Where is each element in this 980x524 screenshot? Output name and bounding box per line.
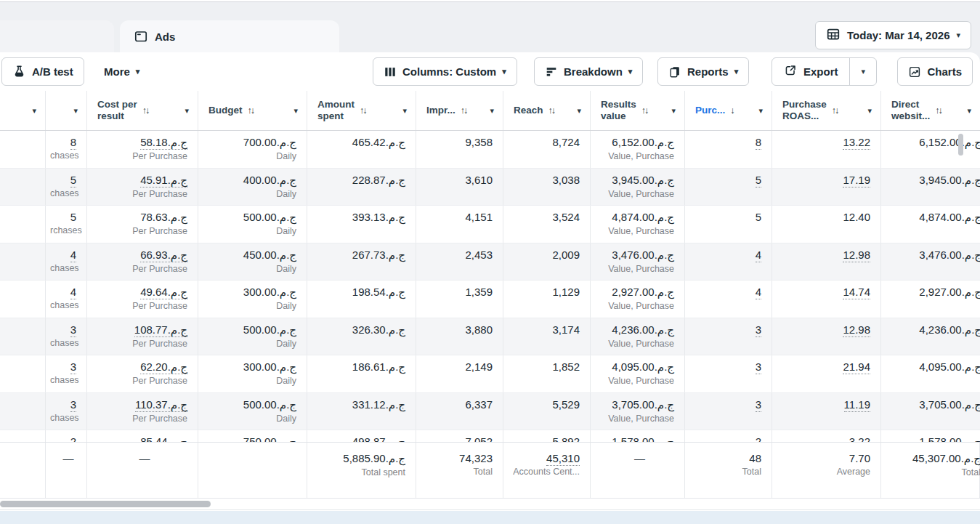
columns-icon	[384, 65, 397, 78]
column-header-purchases[interactable]: Purc...↓▾	[685, 91, 772, 130]
sort-desc-icon[interactable]: ↓	[730, 105, 734, 116]
direct-website-value: 4,874.00ج.م.‏	[919, 211, 980, 223]
column-header-roas[interactable]: PurchaseROAS...↑↓▾	[772, 91, 881, 130]
ab-test-button[interactable]: A/B test	[1, 57, 84, 86]
sort-icon[interactable]: ↑↓	[360, 105, 368, 116]
vertical-scrollbar[interactable]	[958, 134, 963, 156]
cell-blank1	[0, 206, 46, 243]
cell-budget: 500.00ج.م.‏Daily	[198, 393, 307, 430]
impressions-value: 2,149	[465, 360, 493, 373]
sort-icon[interactable]: ↑↓	[548, 105, 556, 116]
column-menu-caret[interactable]: ▾	[967, 105, 971, 116]
columns-label: Columns: Custom	[402, 65, 496, 78]
column-menu-caret[interactable]: ▾	[758, 105, 763, 116]
sort-icon[interactable]: ↑↓	[461, 105, 469, 116]
cell-reach: 2,009	[503, 243, 591, 281]
cost-sublabel: Per Purchase	[92, 301, 187, 311]
reach-value: 5,529	[552, 398, 580, 411]
column-menu-caret[interactable]: ▾	[577, 105, 581, 116]
cell-roas: 3.22	[772, 430, 881, 442]
column-header-amount[interactable]: Amountspent↑↓▾	[307, 91, 416, 130]
column-header-label: Budget	[208, 105, 243, 116]
export-button[interactable]: Export	[772, 58, 850, 85]
column-header-budget[interactable]: Budget↑↓▾	[198, 91, 307, 130]
column-menu-caret[interactable]: ▾	[293, 105, 298, 116]
cell-blank2: 4chases	[46, 281, 87, 318]
ab-test-label: A/B test	[32, 65, 73, 78]
column-header-impressions[interactable]: Impr...↑↓▾	[416, 91, 503, 130]
cell-blank1	[0, 243, 46, 281]
more-button[interactable]: More ▾	[97, 57, 147, 86]
table-row[interactable]: 3chases110.37ج.م.‏Per Purchase500.00ج.م.…	[0, 393, 980, 431]
reach-value: 3,174	[552, 323, 580, 336]
cost-per-result-value: 62.20ج.م.‏	[140, 360, 187, 374]
budget-value: 500.00ج.م.‏	[243, 211, 296, 223]
column-header-reach[interactable]: Reach↑↓▾	[503, 91, 591, 130]
purchases-value: 2	[756, 435, 761, 442]
column-header-blank1[interactable]: ▾	[0, 91, 46, 130]
charts-button[interactable]: Charts	[897, 57, 973, 86]
direct-website-value: 3,476.00ج.م.‏	[919, 249, 980, 261]
column-header-results_value[interactable]: Resultsvalue↑↓▾	[591, 91, 685, 130]
cell-results_value: 1,578.00ج.م.‏Value, Purchase	[591, 430, 685, 442]
charts-label: Charts	[927, 65, 962, 78]
more-label: More	[104, 65, 130, 78]
budget-sublabel: Daily	[203, 414, 296, 424]
column-menu-caret[interactable]: ▾	[402, 105, 407, 116]
sort-icon[interactable]: ↑↓	[832, 105, 840, 116]
date-range-button[interactable]: Today: Mar 14, 2026 ▾	[815, 21, 971, 49]
cell-amount: 198.54ج.م.‏	[307, 281, 416, 318]
results-count: 3	[70, 323, 76, 337]
table-row[interactable]: 3chases108.77ج.م.‏Per Purchase500.00ج.م.…	[0, 318, 980, 356]
column-menu-caret[interactable]: ▾	[867, 105, 872, 116]
breakdown-button[interactable]: Breakdown ▾	[534, 57, 643, 86]
sort-icon[interactable]: ↑↓	[142, 105, 150, 116]
column-menu-caret[interactable]: ▾	[671, 105, 676, 116]
column-header-blank2[interactable]: ▾	[46, 91, 87, 130]
table-row[interactable]: 2chases85.44ج.م.‏Per Purchase750.00ج.م.‏…	[0, 430, 980, 442]
cell-impressions: 6,337	[416, 393, 503, 430]
export-button-group: Export ▾	[772, 57, 877, 86]
column-menu-caret[interactable]: ▾	[32, 105, 36, 116]
column-menu-caret[interactable]: ▾	[73, 105, 78, 116]
purchases-value: 4	[756, 286, 761, 299]
cell-direct: 3,705.00ج.م.‏	[881, 393, 980, 430]
cost-per-result-value: 49.64ج.م.‏	[140, 286, 187, 299]
column-menu-caret[interactable]: ▾	[490, 105, 494, 116]
roas-value: 17.19	[843, 174, 870, 188]
reports-button[interactable]: Reports ▾	[657, 57, 749, 86]
table-row[interactable]: 3chases62.20ج.م.‏Per Purchase300.00ج.م.‏…	[0, 355, 980, 393]
budget-value: 500.00ج.م.‏	[243, 398, 296, 411]
horizontal-scrollbar[interactable]	[0, 501, 211, 507]
column-header-cost[interactable]: Cost perresult↑↓▾	[87, 91, 198, 130]
cell-amount: 186.61ج.م.‏	[307, 355, 416, 392]
column-header-direct[interactable]: Directwebsit...↑↓▾	[881, 91, 980, 130]
sort-icon[interactable]: ↑↓	[248, 105, 256, 116]
sort-icon[interactable]: ↑↓	[641, 105, 649, 116]
export-options-caret[interactable]: ▾	[849, 58, 876, 85]
tab-ads[interactable]: Ads	[120, 20, 339, 52]
tab-partial-left[interactable]	[0, 20, 114, 52]
totals-reach-sublabel: Accounts Cent...	[508, 467, 580, 477]
columns-button[interactable]: Columns: Custom ▾	[373, 57, 517, 86]
column-menu-caret[interactable]: ▾	[185, 105, 189, 116]
results-value-sublabel: Value, Purchase	[595, 226, 674, 236]
cell-results_value: 4,236.00ج.م.‏Value, Purchase	[591, 318, 685, 355]
totals-roas-sublabel: Average	[777, 467, 870, 477]
budget-sublabel: Daily	[203, 339, 296, 349]
budget-value: 750.00ج.م.‏	[243, 435, 296, 442]
sort-icon[interactable]: ↑↓	[935, 105, 943, 116]
totals-direct-website: 45,307.00ج.م.‏Total	[881, 443, 980, 498]
table-row[interactable]: 5rchases78.63ج.م.‏Per Purchase500.00ج.م.…	[0, 206, 980, 243]
table-row[interactable]: 8chases58.18ج.م.‏Per Purchase700.00ج.م.‏…	[0, 131, 980, 169]
table-row[interactable]: 5chases45.91ج.م.‏Per Purchase400.00ج.م.‏…	[0, 169, 980, 206]
table-row[interactable]: 4chases66.93ج.م.‏Per Purchase450.00ج.م.‏…	[0, 243, 980, 281]
reach-value: 5,892	[552, 435, 580, 442]
cell-results_value: 3,705.00ج.م.‏Value, Purchase	[591, 393, 685, 430]
table-row[interactable]: 4chases49.64ج.م.‏Per Purchase300.00ج.م.‏…	[0, 281, 980, 318]
cell-direct: 3,945.00ج.م.‏	[881, 169, 980, 206]
budget-value: 300.00ج.م.‏	[243, 360, 296, 373]
amount-spent-value: 331.12ج.م.‏	[352, 398, 405, 411]
results-value-sublabel: Value, Purchase	[595, 301, 674, 311]
cell-roas: 21.94	[772, 355, 881, 392]
